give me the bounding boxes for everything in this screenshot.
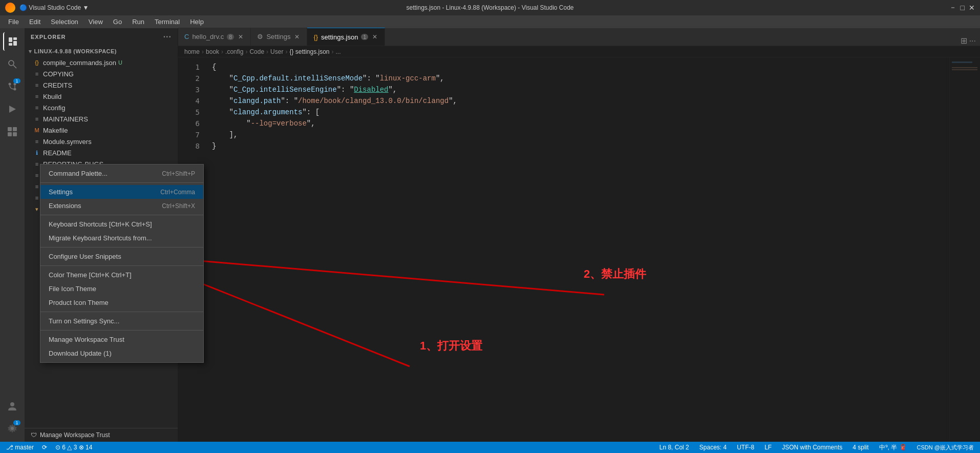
tab-hello-drv[interactable]: C hello_drv.c 8 ✕	[178, 28, 251, 46]
svg-marker-10	[9, 106, 16, 113]
editor-split-icon[interactable]: ⊞	[961, 36, 967, 46]
activity-run[interactable]	[3, 100, 22, 118]
file-icon: ≡	[33, 137, 41, 146]
file-icon: M	[33, 126, 41, 134]
activity-settings[interactable]: 1	[3, 419, 22, 438]
status-branch[interactable]: ⎇ master	[4, 444, 36, 451]
tab-settings-json[interactable]: {} settings.json 1 ✕	[307, 28, 385, 46]
file-icon: ≡	[33, 70, 41, 78]
status-csdn[interactable]: CSDN @嵌入式学习者	[915, 444, 976, 451]
list-item[interactable]: ≡ Kbuild	[25, 91, 178, 102]
title-bar-title: settings.json - Linux-4.9.88 (Workspace)…	[406, 4, 573, 11]
tab-close-icon[interactable]: ✕	[237, 33, 244, 41]
ctx-manage-workspace-trust[interactable]: Manage Workspace Trust	[40, 333, 203, 346]
workspace-root[interactable]: ▾ LINUX-4.9.88 (WORKSPACE)	[25, 46, 178, 57]
ctx-migrate-keyboard[interactable]: Migrate Keyboard Shortcuts from...	[40, 231, 203, 245]
ctx-keyboard-shortcuts[interactable]: Keyboard Shortcuts [Ctrl+K Ctrl+S]	[40, 217, 203, 231]
status-spaces[interactable]: Spaces: 4	[697, 444, 729, 451]
code-line: ],	[204, 129, 949, 140]
menu-bar: File Edit Selection View Go Run Terminal…	[0, 15, 980, 28]
ctx-user-snippets[interactable]: Configure User Snippets	[40, 250, 203, 263]
ctx-settings-sync[interactable]: Turn on Settings Sync...	[40, 314, 203, 328]
sidebar-title: Explorer	[31, 34, 66, 40]
code-line: "C_Cpp.intelliSenseEngine": "Disabled",	[204, 84, 949, 95]
status-split[interactable]: 4 split	[850, 444, 870, 451]
ctx-separator	[40, 247, 203, 248]
activity-source-control[interactable]: 1	[3, 77, 22, 96]
status-errors[interactable]: ⊙ 6 △ 3 ⊗ 14	[53, 444, 94, 451]
breadcrumb-more[interactable]: ...	[336, 48, 341, 55]
ctx-color-theme[interactable]: Color Theme [Ctrl+K Ctrl+T]	[40, 268, 203, 282]
manage-workspace-trust[interactable]: 🛡 Manage Workspace Trust	[25, 428, 178, 442]
maximize-icon[interactable]: □	[961, 4, 965, 12]
breadcrumb-code[interactable]: Code	[249, 48, 264, 55]
status-language[interactable]: JSON with Comments	[780, 444, 844, 451]
title-bar-right: － □ ✕	[949, 3, 975, 12]
file-icon: ≡	[33, 104, 41, 112]
breadcrumb: home › book › .config › Code › User › {}…	[178, 46, 980, 57]
ctx-separator	[40, 330, 203, 331]
editor-more-icon[interactable]: ···	[969, 36, 976, 46]
ctx-product-icon-theme[interactable]: Product Icon Theme	[40, 296, 203, 310]
svg-point-4	[9, 60, 14, 66]
ctx-command-palette[interactable]: Command Palette... Ctrl+Shift+P	[40, 167, 203, 180]
menu-file[interactable]: File	[4, 17, 23, 27]
activity-accounts[interactable]	[3, 397, 22, 415]
activity-explorer[interactable]	[3, 32, 22, 51]
menu-selection[interactable]: Selection	[47, 17, 82, 27]
svg-rect-1	[13, 37, 17, 40]
status-ime[interactable]: 中⁹, 半 🧣	[877, 443, 909, 452]
menu-run[interactable]: Run	[128, 17, 148, 27]
list-item[interactable]: ℹ README	[25, 147, 178, 158]
activity-search[interactable]	[3, 55, 22, 73]
list-item[interactable]: ≡ Module.symvers	[25, 136, 178, 147]
list-item[interactable]: ≡ MAINTAINERS	[25, 113, 178, 125]
breadcrumb-config[interactable]: .config	[225, 48, 243, 55]
status-sync[interactable]: ⟳	[40, 444, 49, 451]
code-line: "clangd.path": "/home/book/clangd_13.0.0…	[204, 95, 949, 107]
list-item[interactable]: M Makefile	[25, 125, 178, 136]
svg-rect-12	[13, 127, 17, 131]
tab-close-icon[interactable]: ✕	[293, 33, 301, 41]
status-right: Ln 8, Col 2 Spaces: 4 UTF-8 LF JSON with…	[657, 443, 976, 452]
title-bar-left: 🔵 Visual Studio Code ▼	[5, 3, 89, 13]
status-position[interactable]: Ln 8, Col 2	[657, 444, 691, 451]
workspace-chevron-icon: ▾	[29, 48, 32, 55]
svg-rect-13	[8, 132, 12, 136]
ctx-download-update[interactable]: Download Update (1)	[40, 346, 203, 360]
editor-area: C hello_drv.c 8 ✕ ⚙ Settings ✕ {} settin…	[178, 28, 980, 442]
tab-settings[interactable]: ⚙ Settings ✕	[251, 28, 307, 46]
list-item[interactable]: {} compile_commands.json U	[25, 57, 178, 68]
breadcrumb-book[interactable]: book	[206, 48, 219, 55]
status-encoding[interactable]: UTF-8	[735, 444, 756, 451]
ctx-extensions[interactable]: Extensions Ctrl+Shift+X	[40, 199, 203, 213]
menu-view[interactable]: View	[84, 17, 107, 27]
menu-go[interactable]: Go	[109, 17, 126, 27]
menu-edit[interactable]: Edit	[25, 17, 45, 27]
modified-badge: U	[118, 59, 122, 66]
file-icon: ≡	[33, 92, 41, 100]
close-icon[interactable]: ✕	[969, 4, 975, 12]
minimize-icon[interactable]: －	[949, 3, 956, 12]
settings-tab-icon: ⚙	[257, 33, 263, 40]
breadcrumb-home[interactable]: home	[184, 48, 200, 55]
breadcrumb-user[interactable]: User	[270, 48, 283, 55]
list-item[interactable]: ≡ Kconfig	[25, 102, 178, 113]
ctx-separator	[40, 215, 203, 215]
activity-extensions[interactable]	[3, 122, 22, 141]
menu-terminal[interactable]: Terminal	[151, 17, 184, 27]
code-line: }	[204, 140, 949, 152]
ctx-settings[interactable]: Settings Ctrl+Comma	[40, 185, 203, 199]
tab-close-icon[interactable]: ✕	[371, 33, 378, 41]
source-control-badge: 1	[13, 78, 20, 84]
list-item[interactable]: ≡ CREDITS	[25, 79, 178, 91]
code-content[interactable]: { "C_Cpp.default.intelliSenseMode": "lin…	[204, 57, 949, 442]
title-bar: 🔵 Visual Studio Code ▼ settings.json - L…	[0, 0, 980, 15]
breadcrumb-file[interactable]: {} settings.json	[289, 48, 329, 55]
ctx-file-icon-theme[interactable]: File Icon Theme	[40, 282, 203, 296]
list-item[interactable]: ≡ COPYING	[25, 68, 178, 79]
status-eol[interactable]: LF	[762, 444, 774, 451]
sidebar-header: Explorer ···	[25, 28, 178, 46]
sidebar-more-button[interactable]: ···	[163, 32, 172, 42]
menu-help[interactable]: Help	[186, 17, 208, 27]
